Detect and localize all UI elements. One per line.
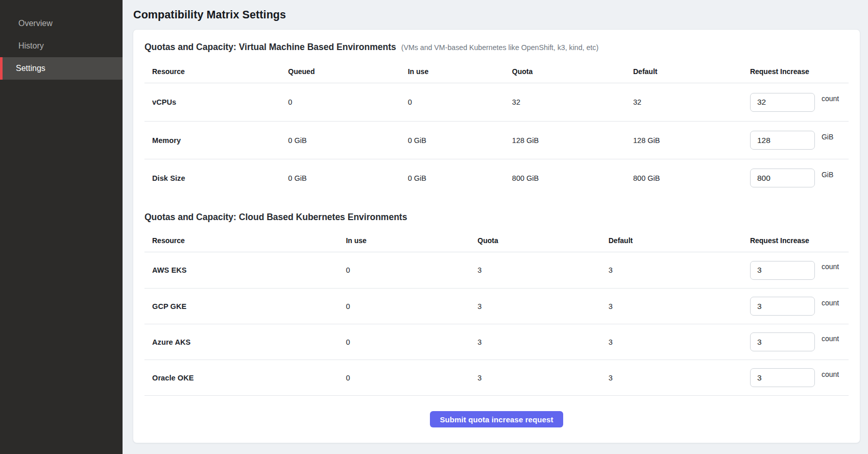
column-header: Default: [633, 67, 750, 76]
column-header: Quota: [512, 67, 633, 76]
sidebar: OverviewHistorySettings: [0, 0, 123, 454]
table-row: Disk Size0 GiB0 GiB800 GiB800 GiBGiB: [144, 159, 849, 197]
default-value: 3: [609, 266, 750, 274]
unit-label: count: [822, 262, 839, 271]
default-value: 800 GiB: [633, 174, 750, 182]
request-increase-input[interactable]: [750, 169, 815, 187]
default-value: 3: [609, 374, 750, 382]
unit-label: GiB: [822, 133, 833, 141]
settings-card: Quotas and Capacity: Virtual Machine Bas…: [133, 29, 860, 443]
quota-value: 3: [477, 338, 608, 346]
request-increase-cell: count: [750, 93, 849, 112]
vm-section-subtitle: (VMs and VM-based Kubernetes like OpenSh…: [401, 43, 598, 52]
in-use-value: 0: [346, 374, 477, 382]
submit-row: Submit quota increase request: [144, 396, 849, 433]
quota-value: 3: [477, 302, 608, 310]
resource-name: GCP GKE: [144, 302, 346, 310]
resource-name: vCPUs: [144, 98, 288, 106]
column-header: Resource: [144, 67, 288, 76]
table-row: Oracle OKE033count: [144, 360, 849, 395]
table-row: Memory0 GiB0 GiB128 GiB128 GiBGiB: [144, 121, 849, 159]
table-header-row: ResourceQueuedIn useQuotaDefaultRequest …: [144, 60, 849, 83]
request-increase-cell: GiB: [750, 169, 849, 187]
request-increase-input[interactable]: [750, 368, 815, 387]
queued-value: 0 GiB: [288, 174, 407, 182]
sidebar-item-overview[interactable]: Overview: [0, 12, 123, 35]
quota-value: 128 GiB: [512, 136, 633, 145]
resource-name: Memory: [144, 136, 288, 145]
vm-quota-table: ResourceQueuedIn useQuotaDefaultRequest …: [144, 60, 849, 197]
quota-value: 3: [477, 266, 608, 274]
sidebar-item-settings[interactable]: Settings: [0, 57, 123, 80]
in-use-value: 0 GiB: [408, 174, 512, 182]
request-increase-cell: GiB: [750, 131, 849, 150]
queued-value: 0 GiB: [288, 136, 407, 145]
table-row: vCPUs003232count: [144, 83, 849, 121]
default-value: 128 GiB: [633, 136, 750, 145]
sidebar-nav: OverviewHistorySettings: [0, 12, 123, 80]
request-increase-cell: count: [750, 261, 849, 280]
column-header: In use: [346, 236, 477, 245]
unit-label: count: [822, 299, 839, 307]
in-use-value: 0: [346, 266, 477, 274]
table-header-row: ResourceIn useQuotaDefaultRequest Increa…: [144, 229, 849, 252]
resource-name: Oracle OKE: [144, 374, 346, 382]
in-use-value: 0 GiB: [408, 136, 512, 145]
column-header: Resource: [144, 236, 346, 245]
resource-name: Azure AKS: [144, 338, 346, 346]
request-increase-cell: count: [750, 332, 849, 351]
request-increase-input[interactable]: [750, 297, 815, 316]
queued-value: 0: [288, 98, 407, 106]
in-use-value: 0: [346, 338, 477, 346]
vm-section-header: Quotas and Capacity: Virtual Machine Bas…: [144, 42, 849, 53]
unit-label: GiB: [822, 171, 833, 179]
in-use-value: 0: [408, 98, 512, 106]
unit-label: count: [822, 370, 839, 378]
request-increase-cell: count: [750, 368, 849, 387]
column-header: Request Increase: [750, 67, 849, 76]
unit-label: count: [822, 334, 839, 343]
resource-name: AWS EKS: [144, 266, 346, 274]
column-header: In use: [408, 67, 512, 76]
quota-value: 3: [477, 374, 608, 382]
sidebar-item-history[interactable]: History: [0, 35, 123, 57]
column-header: Quota: [477, 236, 608, 245]
request-increase-input[interactable]: [750, 332, 815, 351]
main-content: Compatibility Matrix Settings Quotas and…: [123, 0, 868, 454]
in-use-value: 0: [346, 302, 477, 310]
request-increase-input[interactable]: [750, 131, 815, 150]
table-row: GCP GKE033count: [144, 288, 849, 324]
default-value: 32: [633, 98, 750, 106]
request-increase-cell: count: [750, 297, 849, 316]
table-row: Azure AKS033count: [144, 324, 849, 360]
page-title: Compatibility Matrix Settings: [133, 9, 860, 21]
default-value: 3: [609, 302, 750, 310]
cloud-section-header: Quotas and Capacity: Cloud Based Kuberne…: [144, 212, 849, 223]
submit-quota-button[interactable]: Submit quota increase request: [430, 411, 563, 427]
request-increase-input[interactable]: [750, 93, 815, 112]
column-header: Request Increase: [750, 236, 849, 245]
request-increase-input[interactable]: [750, 261, 815, 280]
cloud-quota-table: ResourceIn useQuotaDefaultRequest Increa…: [144, 229, 849, 395]
cloud-section-title: Quotas and Capacity: Cloud Based Kuberne…: [144, 212, 407, 223]
quota-value: 800 GiB: [512, 174, 633, 182]
vm-section-title: Quotas and Capacity: Virtual Machine Bas…: [144, 42, 396, 53]
default-value: 3: [609, 338, 750, 346]
resource-name: Disk Size: [144, 174, 288, 182]
quota-value: 32: [512, 98, 633, 106]
column-header: Queued: [288, 67, 407, 76]
table-row: AWS EKS033count: [144, 252, 849, 288]
unit-label: count: [822, 94, 839, 103]
column-header: Default: [609, 236, 750, 245]
